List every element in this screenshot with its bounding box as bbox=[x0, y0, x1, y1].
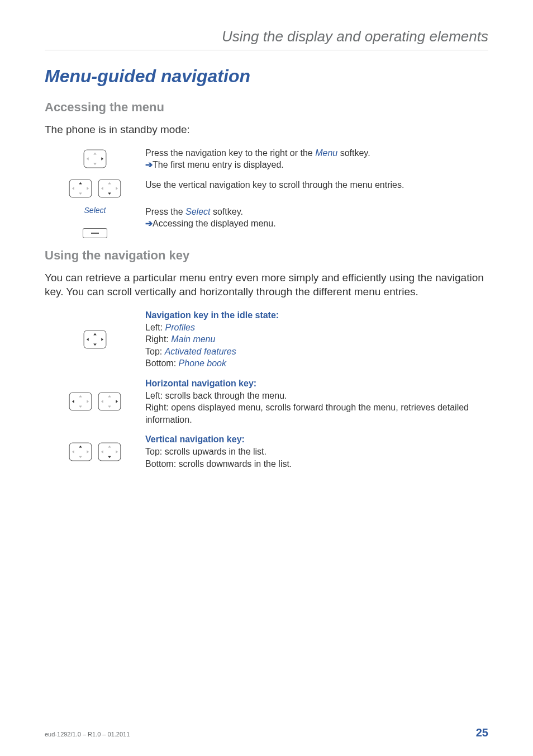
svg-marker-9 bbox=[87, 187, 89, 190]
instr-row-2: Use the vertical navigation key to scrol… bbox=[145, 179, 488, 198]
instr-3-link: Select bbox=[185, 207, 210, 216]
svg-marker-23 bbox=[72, 400, 74, 403]
svg-marker-31 bbox=[79, 446, 82, 448]
instr-row-1: Press the navigation key to the right or… bbox=[145, 147, 488, 171]
svg-marker-13 bbox=[101, 187, 103, 190]
navkey-horizontal-icons bbox=[45, 377, 145, 426]
running-header: Using the display and operating elements bbox=[45, 28, 488, 50]
svg-marker-17 bbox=[93, 344, 97, 346]
svg-marker-6 bbox=[79, 182, 82, 184]
nav-idle-l3-link: Phone book bbox=[179, 358, 226, 368]
arrow-icon: ➔ bbox=[145, 160, 153, 169]
nav-horiz-l1: Right: opens displayed menu, scrolls for… bbox=[145, 403, 469, 424]
svg-marker-33 bbox=[72, 450, 74, 453]
arrow-icon-2: ➔ bbox=[145, 219, 153, 228]
svg-marker-37 bbox=[108, 456, 111, 458]
intro-using: You can retrieve a particular menu entry… bbox=[45, 271, 488, 299]
navkey-vertical-icons bbox=[45, 179, 145, 198]
svg-marker-18 bbox=[87, 338, 89, 341]
svg-marker-39 bbox=[116, 450, 118, 453]
svg-marker-36 bbox=[108, 446, 111, 448]
instruction-table-1: Press the navigation key to the right or… bbox=[45, 147, 488, 238]
instr-1-pre: Press the navigation key to the right or… bbox=[145, 148, 315, 158]
page-footer: eud-1292/1.0 – R1.0 – 01.2011 25 bbox=[45, 726, 488, 739]
instr-1-arrowline: The first menu entry is displayed. bbox=[153, 160, 284, 169]
navkey-idle-icon bbox=[45, 309, 145, 370]
nav-idle-l0-link: Profiles bbox=[165, 323, 195, 332]
nav-idle-l2-pre: Top: bbox=[145, 347, 165, 356]
instr-3-arrowline: Accessing the displayed menu. bbox=[153, 219, 276, 228]
section-using-nav-key: Using the navigation key You can retriev… bbox=[45, 248, 488, 470]
instr-1-link: Menu bbox=[315, 148, 337, 158]
nav-horiz-l0: Left: scrolls back through the menu. bbox=[145, 391, 287, 400]
svg-marker-21 bbox=[79, 395, 82, 398]
doc-id: eud-1292/1.0 – R1.0 – 01.2011 bbox=[45, 731, 130, 738]
nav-horiz-title: Horizontal navigation key: bbox=[145, 379, 256, 388]
select-softkey-group: Select bbox=[45, 206, 145, 238]
nav-idle-block: Navigation key in the idle state: Left: … bbox=[145, 309, 488, 370]
main-heading: Menu-guided navigation bbox=[45, 66, 488, 87]
nav-vert-block: Vertical navigation key: Top: scrolls up… bbox=[145, 433, 488, 470]
intro-accessing: The phone is in standby mode: bbox=[45, 122, 488, 137]
navkey-vertical-icons-2 bbox=[45, 433, 145, 470]
svg-marker-22 bbox=[79, 406, 82, 408]
svg-marker-38 bbox=[101, 450, 103, 453]
svg-marker-12 bbox=[108, 192, 111, 195]
nav-idle-l1-link: Main menu bbox=[171, 334, 215, 344]
navkey-right-icon bbox=[45, 147, 145, 171]
instr-3-pre: Press the bbox=[145, 207, 185, 216]
svg-marker-19 bbox=[101, 338, 103, 341]
svg-marker-28 bbox=[101, 400, 103, 403]
nav-vert-l0: Top: scrolls upwards in the list. bbox=[145, 447, 266, 456]
instr-row-3: Press the Select softkey. ➔Accessing the… bbox=[145, 206, 488, 238]
nav-idle-l0-pre: Left: bbox=[145, 323, 165, 332]
select-softkey-label: Select bbox=[84, 206, 106, 215]
svg-marker-24 bbox=[87, 400, 89, 403]
svg-marker-27 bbox=[108, 406, 111, 408]
svg-marker-3 bbox=[87, 157, 89, 160]
instruction-table-2: Navigation key in the idle state: Left: … bbox=[45, 309, 488, 470]
nav-idle-l2-link: Activated features bbox=[165, 347, 236, 356]
svg-marker-7 bbox=[79, 192, 82, 195]
sub-heading-accessing: Accessing the menu bbox=[45, 100, 488, 115]
page-container: Using the display and operating elements… bbox=[0, 0, 533, 756]
section-accessing-menu: Accessing the menu The phone is in stand… bbox=[45, 100, 488, 238]
svg-marker-16 bbox=[93, 333, 97, 336]
page-number: 25 bbox=[476, 726, 488, 739]
nav-idle-l1-pre: Right: bbox=[145, 334, 171, 344]
nav-idle-l3-pre: Bottom: bbox=[145, 358, 179, 368]
nav-idle-title: Navigation key in the idle state: bbox=[145, 310, 279, 320]
svg-marker-11 bbox=[108, 182, 111, 184]
nav-vert-l1: Bottom: scrolls downwards in the list. bbox=[145, 459, 292, 469]
svg-marker-32 bbox=[79, 456, 82, 458]
sub-heading-using: Using the navigation key bbox=[45, 248, 488, 263]
svg-marker-1 bbox=[93, 153, 97, 155]
svg-marker-14 bbox=[116, 187, 118, 190]
nav-horiz-block: Horizontal navigation key: Left: scrolls… bbox=[145, 377, 488, 426]
instr-1-post: softkey. bbox=[337, 148, 370, 158]
svg-marker-26 bbox=[108, 395, 111, 398]
svg-marker-8 bbox=[72, 187, 74, 190]
instr-3-post: softkey. bbox=[211, 207, 243, 216]
softkey-button-icon bbox=[83, 228, 107, 238]
svg-marker-29 bbox=[116, 400, 118, 403]
svg-marker-2 bbox=[93, 163, 97, 166]
svg-marker-34 bbox=[87, 450, 89, 453]
svg-marker-4 bbox=[101, 157, 103, 160]
nav-vert-title: Vertical navigation key: bbox=[145, 434, 245, 444]
